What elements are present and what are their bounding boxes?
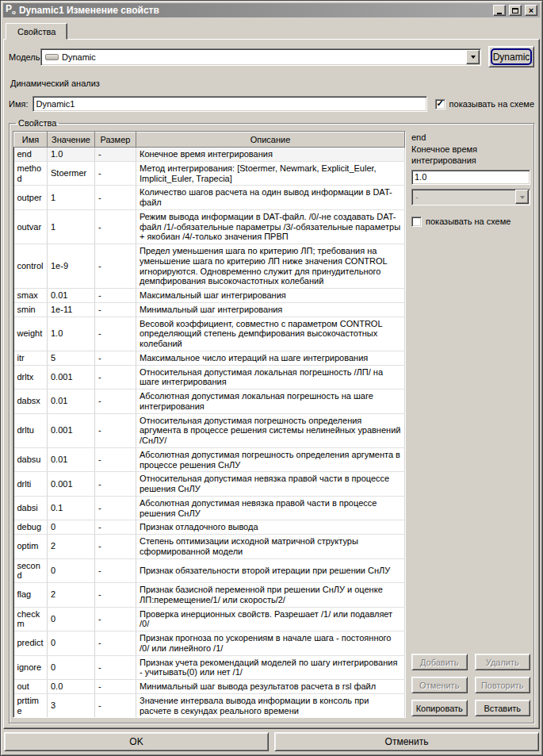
- param-name-cell: dabsx: [14, 390, 48, 414]
- param-name-cell: smin: [14, 302, 48, 317]
- model-icon: [45, 54, 59, 60]
- table-row[interactable]: weight1.0-Весовой коэффициент, совместно…: [14, 317, 405, 351]
- param-size-cell: -: [95, 472, 136, 497]
- param-name-cell: dabsi: [14, 496, 48, 520]
- name-label: Имя:: [9, 99, 28, 109]
- table-row[interactable]: dabsx0.01-Абсолютная допустимая локальна…: [14, 390, 405, 414]
- table-row[interactable]: end1.0-Конечное время интегрирования: [14, 148, 405, 162]
- properties-dialog: Po Dynamic1 Изменение свойств × Свойства…: [0, 0, 543, 756]
- param-name-cell: drltu: [14, 413, 48, 447]
- detail-value-input[interactable]: [411, 170, 530, 185]
- param-name-cell: outvar: [14, 209, 48, 244]
- param-description-cell: Относительная допустимая локальная погре…: [136, 365, 405, 390]
- footer: OK Отменить: [3, 729, 540, 753]
- column-header-size[interactable]: Размер: [95, 132, 136, 148]
- param-value-cell: 0: [48, 558, 95, 583]
- table-row[interactable]: control1e-9-Предел уменьшения шага по кр…: [14, 244, 405, 289]
- table-row[interactable]: outper1-Количество шагов расчета на один…: [14, 186, 405, 210]
- copy-button[interactable]: Копировать: [411, 700, 468, 716]
- param-name-cell: drlti: [14, 472, 48, 497]
- param-name-cell: drltx: [14, 365, 48, 390]
- cancel-button[interactable]: Отменить: [274, 732, 539, 751]
- show-on-scheme-detail[interactable]: ✓ показывать на схеме: [411, 217, 530, 227]
- param-description-cell: Конечное время интегрирования: [136, 148, 405, 162]
- param-value-cell: 2: [48, 535, 95, 559]
- paste-button[interactable]: Вставить: [475, 700, 531, 716]
- tab-properties[interactable]: Свойства: [6, 23, 67, 40]
- detail-buttons: ДобавитьУдалитьОтменитьПовторитьКопирова…: [411, 654, 530, 718]
- param-size-cell: -: [95, 413, 136, 447]
- table-row[interactable]: smax0.01-Максимальный шаг интегрирования: [14, 289, 405, 303]
- detail-show-on-scheme-checkbox[interactable]: ✓: [411, 217, 422, 227]
- param-description-cell: Признак учета рекомендаций моделей по ша…: [136, 655, 405, 680]
- properties-group-title: Свойства: [16, 118, 59, 128]
- param-name-cell: prttime: [14, 693, 48, 718]
- table-row[interactable]: drltx0.001-Относительная допустимая лока…: [14, 365, 405, 390]
- param-size-cell: -: [95, 351, 136, 365]
- table-row[interactable]: predict0-Признак прогноза по ускорениям …: [14, 631, 405, 656]
- table-row[interactable]: outvar1-Режим вывода информации в DAT-фа…: [14, 209, 405, 244]
- minimize-icon: [497, 13, 502, 14]
- dynamic-button[interactable]: Dynamic: [488, 46, 534, 67]
- name-input[interactable]: [33, 96, 426, 112]
- main-panel: Модель: Dynamic Dynamic Динамический ана…: [3, 39, 540, 729]
- table-row[interactable]: dabsu0.01-Абсолютная допустимая погрешно…: [14, 447, 405, 472]
- param-value-cell: 0: [48, 631, 95, 656]
- column-header-value[interactable]: Значение: [48, 132, 95, 148]
- param-description-cell: Метод интегрирования: [Stoermer, Newmark…: [136, 161, 405, 186]
- param-size-cell: -: [95, 680, 136, 694]
- redo-button[interactable]: Повторить: [475, 677, 531, 693]
- table-row[interactable]: prttime3-Значение интервала вывода инфор…: [14, 693, 405, 718]
- param-description-cell: Максимальный шаг интегрирования: [136, 289, 405, 303]
- titlebar: Po Dynamic1 Изменение свойств ×: [3, 3, 540, 17]
- maximize-icon: [512, 8, 518, 13]
- add-button[interactable]: Добавить: [411, 654, 468, 670]
- maximize-button[interactable]: [509, 5, 522, 16]
- param-description-cell: Значение интервала вывода информации в к…: [136, 693, 405, 718]
- table-row[interactable]: debug0-Признак отладочного вывода: [14, 520, 405, 535]
- table-row[interactable]: methodStoermer-Метод интегрирования: [St…: [14, 161, 405, 186]
- param-size-cell: -: [95, 631, 136, 656]
- show-on-scheme-checkbox[interactable]: ✓: [435, 99, 445, 109]
- param-name-cell: smax: [14, 289, 48, 303]
- minimize-button[interactable]: [493, 5, 506, 16]
- table-row[interactable]: dabsi0.1-Абсолютная допустимая невязка п…: [14, 496, 405, 520]
- analysis-type-label: Динамический анализ: [10, 79, 534, 88]
- tabstrip: Свойства: [3, 22, 540, 39]
- properties-groupbox: Свойства Имя Значение Размер Описание: [9, 118, 534, 723]
- param-value-cell: 0.001: [48, 472, 95, 497]
- table-row[interactable]: smin1e-11-Минимальный шаг интегрирования: [14, 302, 405, 317]
- param-size-cell: -: [95, 365, 136, 390]
- model-selected-value: Dynamic: [59, 52, 466, 62]
- param-size-cell: -: [95, 209, 136, 244]
- show-on-scheme-top[interactable]: ✓ показывать на схеме: [435, 99, 534, 109]
- table-row[interactable]: drltu0.001-Относительная допустимая погр…: [14, 413, 405, 447]
- delete-button[interactable]: Удалить: [475, 654, 531, 670]
- undo-button[interactable]: Отменить: [411, 677, 468, 693]
- table-row[interactable]: second0-Признак обязательности второй ит…: [14, 558, 405, 583]
- table-row[interactable]: out0.0-Минимальный шаг вывода результато…: [14, 680, 405, 694]
- column-header-description[interactable]: Описание: [136, 132, 405, 148]
- param-name-cell: flag: [14, 583, 48, 608]
- table-row[interactable]: optim2-Степень оптимизации исходной матр…: [14, 535, 405, 559]
- close-button[interactable]: ×: [525, 5, 537, 16]
- table-row[interactable]: flag2-Признак базисной переменной при ре…: [14, 583, 405, 608]
- model-combobox[interactable]: Dynamic: [40, 48, 481, 66]
- table-row[interactable]: drlti0.001-Относительная допустимая невя…: [14, 472, 405, 497]
- table-row[interactable]: ignore0-Признак учета рекомендаций модел…: [14, 655, 405, 680]
- param-size-cell: -: [95, 447, 136, 472]
- model-row: Модель: Dynamic Dynamic: [9, 46, 534, 67]
- table-row[interactable]: checkm0-Проверка инерционных свойств. Ра…: [14, 607, 405, 631]
- model-dropdown-button[interactable]: [466, 50, 480, 64]
- ok-button[interactable]: OK: [4, 732, 269, 751]
- param-value-cell: 1e-11: [48, 302, 95, 317]
- param-name-cell: ignore: [14, 655, 48, 680]
- param-value-cell: Stoermer: [48, 161, 95, 186]
- detail-size-dropdown: -: [411, 189, 530, 205]
- param-name-cell: optim: [14, 535, 48, 559]
- param-value-cell: 0: [48, 607, 95, 631]
- table-row[interactable]: itr5-Максимальное число итераций на шаге…: [14, 351, 405, 365]
- detail-show-on-scheme-label: показывать на схеме: [426, 217, 510, 226]
- param-description-cell: Относительная допустимая погрешность опр…: [136, 413, 405, 447]
- column-header-name[interactable]: Имя: [14, 132, 48, 148]
